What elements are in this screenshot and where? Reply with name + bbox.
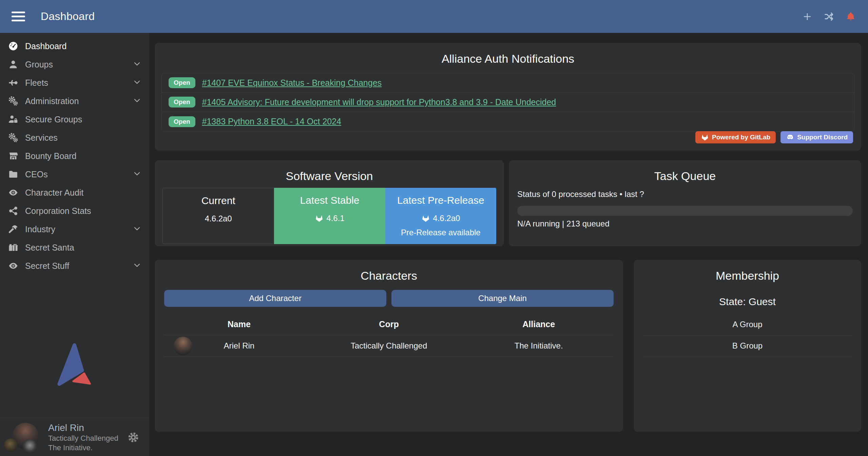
characters-panel: Characters Add Character Change Main Nam… (155, 260, 623, 432)
shuffle-icon[interactable] (823, 11, 835, 22)
footer-badges: Powered by GitLab Support Discord (695, 131, 853, 143)
discord-icon (786, 133, 794, 141)
task-queue-progress-bar (517, 206, 853, 216)
main-content: Alliance Auth Notifications Open #1407 E… (149, 33, 868, 456)
add-character-button[interactable]: Add Character (164, 290, 386, 307)
sidebar-user-panel: Ariel Rin Tactically Challenged The Init… (0, 418, 149, 456)
gifts-icon (7, 242, 19, 253)
sidebar-item-industry[interactable]: Industry (0, 220, 149, 238)
character-corp: Tactically Challenged (314, 341, 464, 351)
user-name: Ariel Rin (48, 422, 118, 434)
change-main-button[interactable]: Change Main (391, 290, 614, 307)
user-info: Ariel Rin Tactically Challenged The Init… (48, 422, 118, 452)
sidebar-item-corporation-stats[interactable]: Corporation Stats (0, 202, 149, 220)
characters-table-header: Name Corp Alliance (164, 313, 614, 335)
sidebar-item-label: Secret Stuff (25, 261, 69, 271)
notification-item: Open #1405 Advisory: Future development … (162, 93, 854, 112)
table-row: Ariel Rin Tactically Challenged The Init… (164, 335, 614, 357)
sidebar-item-groups[interactable]: Groups (0, 55, 149, 74)
sidebar-item-dashboard[interactable]: Dashboard (0, 37, 149, 55)
gears-icon (7, 133, 19, 143)
notification-link[interactable]: #1383 Python 3.8 EOL - 14 Oct 2024 (202, 117, 341, 126)
task-queue-status: Status of 0 processed tasks • last ? (517, 190, 644, 199)
sidebar-item-secret-santa[interactable]: Secret Santa (0, 238, 149, 257)
characters-table: Name Corp Alliance Ariel Rin Tactically … (164, 313, 614, 357)
sidebar-item-label: CEOs (25, 170, 48, 179)
task-queue-title: Task Queue (509, 161, 861, 183)
plus-icon[interactable] (802, 11, 813, 22)
sidebar-item-label: Secret Santa (25, 243, 74, 253)
gitlab-icon (421, 214, 430, 223)
chevron-down-icon (133, 96, 141, 106)
column-header-alliance: Alliance (464, 319, 614, 329)
fighter-jet-icon (7, 78, 19, 88)
alliance-auth-logo (56, 342, 94, 392)
sidebar-item-label: Dashboard (25, 41, 66, 51)
top-navbar: Dashboard (0, 0, 868, 33)
group-list-item: B Group (642, 336, 852, 357)
version-label: Latest Pre-Release (385, 195, 496, 206)
user-alliance: The Initiative. (48, 443, 118, 453)
group-list-item: A Group (642, 314, 852, 336)
chevron-down-icon (133, 170, 141, 179)
sidebar-item-label: Administration (25, 96, 79, 106)
column-header-name: Name (164, 319, 314, 329)
software-version-panel: Software Version Current 4.6.2a0 Latest … (155, 160, 504, 246)
notifications-list: Open #1407 EVE Equinox Status - Breaking… (161, 73, 854, 132)
version-value: 4.6.2a0 (433, 214, 460, 223)
sidebar-item-character-audit[interactable]: Character Audit (0, 183, 149, 202)
gears-icon (7, 96, 19, 106)
version-value: 4.6.2a0 (205, 214, 232, 223)
sidebar-item-secret-stuff[interactable]: Secret Stuff (0, 257, 149, 275)
sidebar-item-secure-groups[interactable]: Secure Groups (0, 110, 149, 128)
status-badge: Open (169, 97, 195, 107)
navbar-actions (802, 11, 856, 22)
notification-link[interactable]: #1407 EVE Equinox Status - Breaking Chan… (202, 78, 382, 88)
prerelease-note: Pre-Release available (385, 228, 496, 237)
version-current: Current 4.6.2a0 (162, 188, 274, 244)
task-queue-counts: N/A running | 213 queued (517, 219, 610, 229)
chevron-down-icon (133, 78, 141, 87)
user-corp: Tactically Challenged (48, 434, 118, 443)
user-settings-gear-icon[interactable] (128, 432, 138, 442)
hamburger-menu-icon[interactable] (12, 12, 25, 21)
powered-by-gitlab-badge[interactable]: Powered by GitLab (695, 131, 776, 143)
version-label: Current (163, 195, 274, 206)
sidebar-item-label: Secure Groups (25, 115, 82, 124)
sidebar-item-label: Fleets (25, 78, 48, 88)
bell-icon[interactable] (845, 11, 856, 22)
character-name: Ariel Rin (164, 341, 314, 351)
gauge-icon (7, 41, 19, 51)
corp-logo-badge (4, 438, 18, 452)
sidebar-item-ceos[interactable]: CEOs (0, 165, 149, 183)
notifications-title: Alliance Auth Notifications (155, 43, 861, 65)
sidebar-menu: Dashboard Groups Fleets (0, 33, 149, 275)
sidebar-item-bounty-board[interactable]: Bounty Board (0, 147, 149, 165)
sidebar-item-label: Services (25, 133, 58, 143)
hammer-icon (7, 224, 19, 234)
eye-icon (7, 187, 19, 198)
chevron-down-icon (133, 224, 141, 234)
user-lock-icon (7, 114, 19, 124)
notifications-panel: Alliance Auth Notifications Open #1407 E… (155, 43, 861, 151)
notification-link[interactable]: #1405 Advisory: Future development will … (202, 97, 556, 107)
notification-item: Open #1383 Python 3.8 EOL - 14 Oct 2024 (162, 112, 854, 131)
sidebar-item-label: Groups (25, 60, 53, 70)
gitlab-icon (701, 133, 709, 141)
version-value: 4.6.1 (326, 214, 344, 223)
sidebar-item-fleets[interactable]: Fleets (0, 74, 149, 92)
column-header-corp: Corp (314, 319, 464, 329)
membership-panel: Membership State: Guest A Group B Group (634, 260, 861, 432)
sidebar-item-label: Industry (25, 224, 55, 234)
sidebar-item-services[interactable]: Services (0, 128, 149, 147)
sidebar-item-label: Corporation Stats (25, 206, 91, 216)
support-discord-badge[interactable]: Support Discord (780, 131, 853, 143)
folder-icon (7, 169, 19, 179)
characters-actions: Add Character Change Main (164, 290, 614, 307)
sidebar-item-administration[interactable]: Administration (0, 92, 149, 110)
sidebar: Dashboard Groups Fleets (0, 33, 149, 456)
character-alliance: The Initiative. (464, 341, 614, 351)
notification-item: Open #1407 EVE Equinox Status - Breaking… (162, 73, 854, 93)
task-queue-panel: Task Queue Status of 0 processed tasks •… (509, 160, 861, 246)
eye-icon (7, 261, 19, 271)
